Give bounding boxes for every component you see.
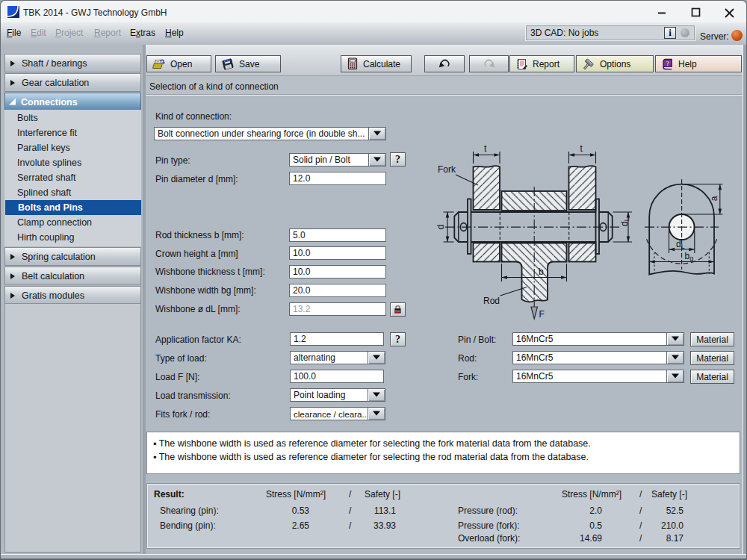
svg-text:b: b: [539, 267, 544, 277]
svg-text:Rod: Rod: [483, 296, 500, 306]
svg-text:d: d: [436, 225, 446, 230]
svg-text:Fork: Fork: [438, 164, 456, 175]
svg-text:dL: dL: [619, 217, 630, 226]
svg-text:dL: dL: [676, 239, 685, 250]
svg-text:F: F: [539, 309, 545, 320]
svg-text:?: ?: [666, 59, 669, 66]
svg-text:a: a: [709, 196, 719, 201]
svg-text:t: t: [484, 143, 487, 154]
svg-text:t: t: [580, 143, 583, 154]
svg-text:bg: bg: [685, 251, 694, 262]
